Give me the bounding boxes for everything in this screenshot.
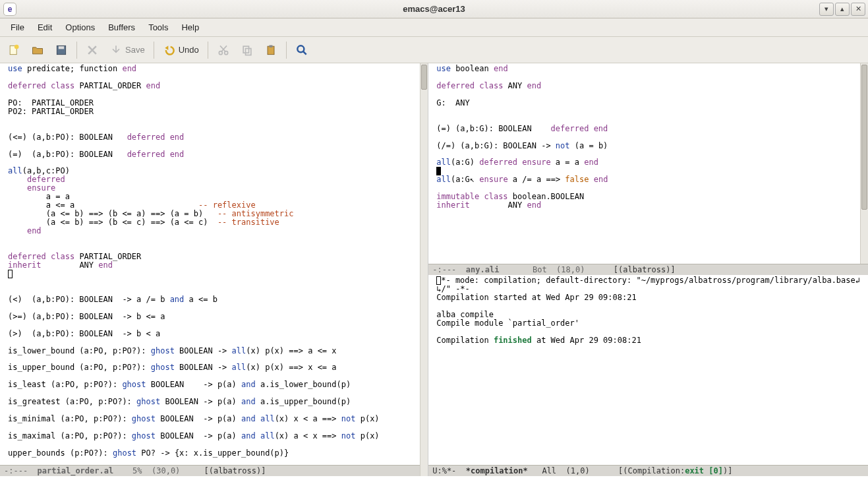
close-button[interactable]: ✕ [851,3,865,16]
menu-tools[interactable]: Tools [142,20,175,35]
right-top-buffer[interactable]: use boolean end deferred class ANY end G… [428,63,868,264]
save-label: Save [125,45,145,55]
open-file-button[interactable] [26,40,49,60]
menu-file[interactable]: File [4,20,31,35]
save-file-button[interactable] [50,40,72,60]
menu-buffers[interactable]: Buffers [101,20,142,35]
app-icon: e [4,3,16,15]
undo-button[interactable]: Undo [158,40,204,60]
menu-edit[interactable]: Edit [31,20,59,35]
search-button[interactable] [291,40,313,60]
svg-point-1 [14,44,19,49]
copy-button[interactable] [236,40,258,60]
copy-icon [241,44,254,57]
titlebar: e emacs@acer13 ▾ ▴ ✕ [0,0,868,18]
save-icon [109,44,123,57]
paste-button[interactable] [260,40,282,60]
floppy-icon [55,44,68,57]
folder-open-icon [31,44,44,57]
svg-rect-3 [59,46,64,49]
scissors-icon [217,44,230,57]
window-title: emacs@acer13 [403,4,465,14]
modeline-right-bottom[interactable]: U:%*- *compilation* All (1,0) [(Compilat… [428,465,868,476]
right-top-scrollbar[interactable] [860,63,868,264]
left-scrollbar[interactable] [420,63,428,476]
clipboard-icon [264,44,277,57]
search-icon [295,44,308,57]
point-cursor-outline [8,270,13,278]
menu-help[interactable]: Help [175,20,206,35]
cut-button[interactable] [212,40,235,60]
undo-icon [163,44,176,57]
undo-label: Undo [179,45,199,55]
svg-rect-8 [268,46,274,55]
x-icon [86,44,99,57]
menu-options[interactable]: Options [59,20,101,35]
cancel-button[interactable] [81,40,103,60]
maximize-button[interactable]: ▴ [835,3,850,16]
right-pane: use boolean end deferred class ANY end G… [428,63,868,476]
modeline-left[interactable]: -:--- partial_order.al 5% (30,0) [(albat… [0,465,428,476]
mouse-pointer-icon: ↖ [470,175,475,184]
left-pane: use predicate; function end deferred cla… [0,63,428,476]
editor-area: use predicate; function end deferred cla… [0,63,868,476]
modeline-right-top[interactable]: -:--- any.ali Bot (18,0) [(albatross)] [428,264,868,275]
new-file-icon [7,44,20,57]
minimize-button[interactable]: ▾ [819,3,834,16]
save-disabled-button[interactable]: Save [105,40,150,60]
menubar: File Edit Options Buffers Tools Help [0,18,868,37]
svg-rect-9 [269,45,272,47]
toolbar: Save Undo [0,37,868,63]
minibuffer[interactable] [0,476,868,486]
left-buffer[interactable]: use predicate; function end deferred cla… [0,63,428,465]
compilation-buffer[interactable]: *- mode: compilation; default-directory:… [428,275,868,465]
new-file-button[interactable] [3,40,25,60]
truncation-icon: ↲ [855,276,860,285]
